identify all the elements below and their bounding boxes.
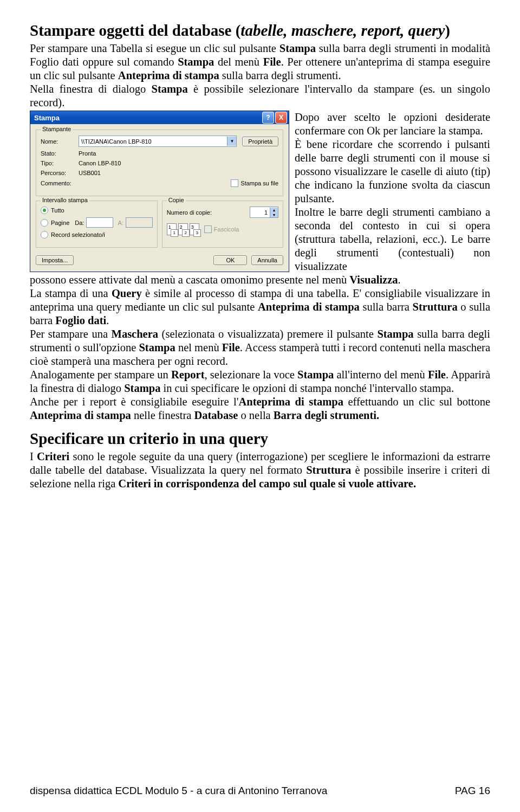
radio-selected[interactable] — [41, 231, 48, 239]
heading-criteria: Specificare un criterio in una query — [30, 430, 490, 448]
copies-spinner[interactable]: 1 ▲▼ — [250, 207, 278, 218]
copies-legend: Copie — [167, 197, 186, 203]
ok-button[interactable]: OK — [213, 255, 247, 265]
close-button[interactable]: X — [275, 112, 287, 124]
heading-print-objects: Stampare oggetti del database (tabelle, … — [30, 22, 490, 40]
setup-button[interactable]: Imposta... — [36, 255, 74, 265]
from-input[interactable] — [86, 217, 113, 228]
range-groupbox: Intervallo stampa Tutto Pagine Da: A: Re… — [36, 201, 158, 248]
paragraph-4: I Criteri sono le regole seguite da una … — [30, 450, 490, 491]
copies-groupbox: Copie Numero di copie: 1 ▲▼ — [162, 201, 283, 248]
type-label: Tipo: — [41, 160, 79, 166]
range-legend: Intervallo stampa — [41, 197, 89, 203]
radio-all-label: Tutto — [51, 207, 64, 214]
chevron-down-icon[interactable]: ▼ — [227, 137, 236, 146]
paragraph-1: Per stampare una Tabella si esegue un cl… — [30, 42, 490, 82]
print-dialog: Stampa ? X Stampante Nome: \\TIZIANA\Can… — [30, 111, 289, 272]
collate-icon: 123 — [167, 223, 201, 235]
print-to-file-label: Stampa su file — [240, 180, 278, 186]
printer-combo[interactable]: \\TIZIANA\Canon LBP-810 ▼ — [79, 136, 237, 147]
radio-pages[interactable] — [41, 219, 48, 227]
printer-legend: Stampante — [41, 126, 73, 132]
comment-label: Commento: — [41, 180, 79, 186]
help-button[interactable]: ? — [262, 112, 274, 124]
dialog-title: Stampa — [32, 114, 60, 122]
radio-selected-label: Record selezionato/i — [51, 231, 105, 238]
paragraph-2: Nella finestra di dialogo Stampa è possi… — [30, 82, 490, 109]
path-label: Percorso: — [41, 170, 79, 176]
radio-pages-label: Pagine — [51, 220, 69, 226]
state-value: Pronta — [79, 150, 96, 157]
footer-right: PAG 16 — [455, 785, 490, 797]
paragraph-3: possono essere attivate dal menù a casca… — [30, 273, 490, 422]
spinner-down-icon[interactable]: ▼ — [270, 212, 278, 217]
copies-value: 1 — [250, 209, 270, 216]
spinner-up-icon[interactable]: ▲ — [270, 208, 278, 212]
to-input — [126, 217, 153, 228]
printer-combo-value: \\TIZIANA\Canon LBP-810 — [81, 138, 152, 145]
radio-all[interactable] — [41, 207, 48, 214]
from-label: Da: — [75, 220, 84, 226]
state-label: Stato: — [41, 150, 79, 157]
type-value: Canon LBP-810 — [79, 160, 121, 166]
properties-button[interactable]: Proprietà — [242, 137, 278, 146]
footer-left: dispensa didattica ECDL Modulo 5 - a cur… — [30, 785, 327, 797]
copies-label: Numero di copie: — [167, 209, 212, 216]
path-value: USB001 — [79, 170, 101, 176]
printer-groupbox: Stampante Nome: \\TIZIANA\Canon LBP-810 … — [36, 130, 283, 196]
print-to-file-checkbox[interactable] — [231, 179, 238, 187]
collate-label: Fascicola — [214, 226, 239, 233]
paragraph-right: Dopo aver scelto le opzioni desiderate c… — [295, 111, 490, 273]
cancel-button[interactable]: Annulla — [251, 255, 283, 265]
to-label: A: — [118, 220, 123, 226]
collate-checkbox — [204, 225, 212, 233]
dialog-titlebar: Stampa ? X — [30, 111, 289, 124]
name-label: Nome: — [41, 138, 79, 145]
